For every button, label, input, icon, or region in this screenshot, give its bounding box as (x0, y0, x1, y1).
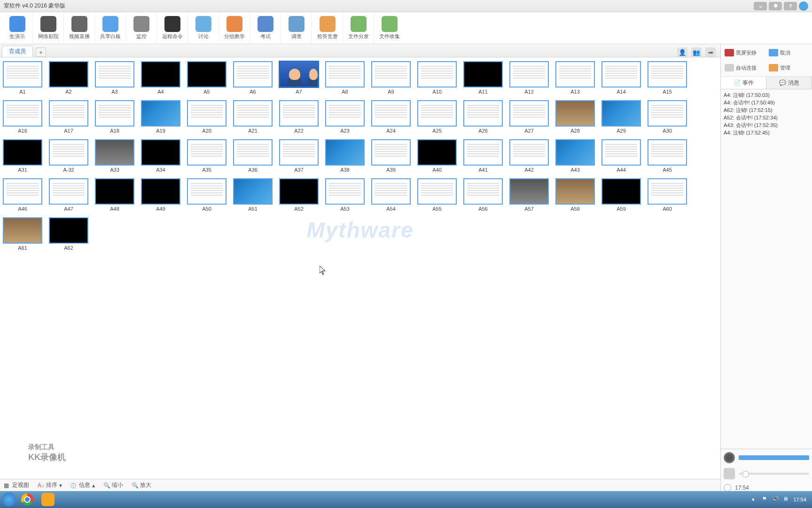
thumb-A54[interactable]: A54 (371, 178, 411, 212)
thumb-A30[interactable]: A30 (648, 100, 687, 134)
thumb-A11[interactable]: A11 (463, 61, 503, 95)
thumb-A26[interactable]: A26 (463, 100, 503, 134)
sb-view[interactable]: ▦定视图 (4, 481, 29, 489)
thumb-A35[interactable]: A35 (187, 139, 226, 173)
toolbar-btn-12[interactable]: 文件收集 (374, 13, 405, 43)
thumb-A57[interactable]: A57 (509, 178, 549, 212)
thumb-A19[interactable]: A19 (141, 100, 180, 134)
speaker-icon[interactable] (724, 452, 735, 463)
thumb-A24[interactable]: A24 (371, 100, 411, 134)
sa-manage[interactable]: 管理 (767, 61, 809, 74)
thumb-A15[interactable]: A15 (648, 61, 687, 95)
thumb-A18[interactable]: A18 (95, 100, 134, 134)
sb-sort[interactable]: A↓排序▾ (38, 481, 62, 489)
thumb-A45[interactable]: A45 (648, 139, 687, 173)
thumb-A7[interactable]: A7 (279, 61, 319, 95)
thumb-A12[interactable]: A12 (509, 61, 549, 95)
tab-events[interactable]: 📄事件 (721, 77, 766, 89)
thumb-A13[interactable]: A13 (555, 61, 595, 95)
thumb-A20[interactable]: A20 (187, 100, 226, 134)
thumb-A8[interactable]: A8 (325, 61, 365, 95)
thumb-A44[interactable]: A44 (601, 139, 641, 173)
window-control-button[interactable] (799, 1, 808, 11)
thumb-A39[interactable]: A39 (371, 139, 411, 173)
thumb-A36[interactable]: A36 (233, 139, 273, 173)
thumb-A14[interactable]: A14 (601, 61, 641, 95)
tray-up-icon[interactable]: ▴ (752, 496, 759, 503)
thumb-A23[interactable]: A23 (325, 100, 365, 134)
thumb-A52[interactable]: A52 (279, 178, 319, 212)
thumb-A53[interactable]: A53 (325, 178, 365, 212)
toolbar-btn-0[interactable]: 生演示 (2, 13, 33, 43)
thumb-A4[interactable]: A4 (141, 61, 180, 95)
thumb-A17[interactable]: A17 (49, 100, 88, 134)
tab-members[interactable]: 育成员 (2, 46, 33, 57)
taskbar-chrome[interactable] (18, 492, 37, 507)
thumb-A51[interactable]: A51 (233, 178, 273, 212)
thumb-A27[interactable]: A27 (509, 100, 549, 134)
tab-messages[interactable]: 💬消息 (766, 77, 812, 89)
sa-cancel[interactable]: 取消 (767, 46, 809, 59)
thumb-A58[interactable]: A58 (555, 178, 595, 212)
help-button[interactable]: ? (784, 2, 797, 10)
thumb-A21[interactable]: A21 (233, 100, 273, 134)
sa-blackscreen[interactable]: 黑屏安静 (723, 46, 765, 59)
toolbar-btn-5[interactable]: 远程命令 (157, 13, 188, 43)
thumb-A3[interactable]: A3 (95, 61, 134, 95)
volume-bar[interactable] (739, 455, 809, 460)
toolbar-btn-11[interactable]: 文件分发 (343, 13, 374, 43)
thumb-A48[interactable]: A48 (95, 178, 134, 212)
thumb-A37[interactable]: A37 (279, 139, 319, 173)
tray-network-icon[interactable]: 🖥 (783, 496, 790, 503)
toolbar-btn-8[interactable]: 考试 (250, 13, 281, 43)
thumb-A59[interactable]: A59 (601, 178, 641, 212)
thumb-A25[interactable]: A25 (417, 100, 457, 134)
thumb-A49[interactable]: A49 (141, 178, 180, 212)
expand-down-button[interactable]: ⌄ (754, 2, 767, 10)
thumb-A34[interactable]: A34 (141, 139, 180, 173)
sb-info[interactable]: ⓘ信息▴ (70, 481, 95, 489)
thumb-A50[interactable]: A50 (187, 178, 226, 212)
thumb-A16[interactable]: A16 (3, 100, 42, 134)
thumb-A22[interactable]: A22 (279, 100, 319, 134)
taskbar-app[interactable] (39, 492, 57, 507)
tab-add-button[interactable]: + (36, 48, 46, 57)
toolbar-btn-3[interactable]: 共享白板 (95, 13, 126, 43)
thumb-A46[interactable]: A46 (3, 178, 42, 212)
tray-flag-icon[interactable]: ⚑ (762, 496, 770, 503)
thumb-A47[interactable]: A47 (49, 178, 88, 212)
forward-icon[interactable]: ➡ (705, 48, 716, 57)
toolbar-btn-7[interactable]: 分组教学 (219, 13, 250, 43)
toolbar-btn-2[interactable]: 视频直播 (64, 13, 95, 43)
settings-button[interactable]: ✱ (769, 2, 782, 10)
mic-icon[interactable] (724, 468, 735, 479)
sb-zoomin[interactable]: 🔍放大 (132, 481, 151, 489)
thumb-A2[interactable]: A2 (49, 61, 88, 95)
sb-zoomout[interactable]: 🔍缩小 (103, 481, 123, 489)
thumb-A31[interactable]: A31 (3, 139, 42, 173)
thumb-A28[interactable]: A28 (555, 100, 595, 134)
sa-autoconnect[interactable]: 自动连接 (723, 61, 765, 74)
toolbar-btn-1[interactable]: 网络影院 (33, 13, 64, 43)
thumb-A6[interactable]: A6 (233, 61, 273, 95)
toolbar-btn-10[interactable]: 抢答竞赛 (312, 13, 343, 43)
thumb-A62[interactable]: A62 (49, 217, 88, 251)
thumb-A40[interactable]: A40 (417, 139, 457, 173)
thumb-A42[interactable]: A42 (509, 139, 549, 173)
thumb-A61[interactable]: A61 (3, 217, 42, 251)
thumb-A5[interactable]: A5 (187, 61, 226, 95)
toolbar-btn-9[interactable]: 调查 (281, 13, 312, 43)
start-button[interactable] (2, 492, 16, 507)
thumb-A29[interactable]: A29 (601, 100, 641, 134)
mic-slider[interactable] (739, 473, 809, 475)
thumb-A56[interactable]: A56 (463, 178, 503, 212)
tray-volume-icon[interactable]: 🔊 (773, 496, 780, 503)
toolbar-btn-4[interactable]: 监控 (126, 13, 157, 43)
thumb-A41[interactable]: A41 (463, 139, 503, 173)
thumb-A38[interactable]: A38 (325, 139, 365, 173)
thumb-A1[interactable]: A1 (3, 61, 42, 95)
toolbar-btn-6[interactable]: 讨论 (188, 13, 219, 43)
user-icon-1[interactable]: 👤 (677, 48, 687, 57)
thumb-A-32[interactable]: A-32 (49, 139, 88, 173)
user-icon-2[interactable]: 👥 (691, 48, 702, 57)
